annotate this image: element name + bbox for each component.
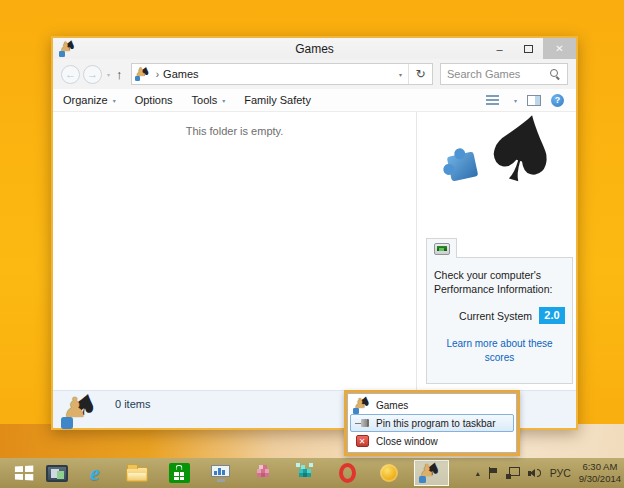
store-icon (169, 463, 190, 483)
close-window-icon: ✕ (356, 435, 369, 447)
games-icon: ♠ ♟ (354, 396, 370, 413)
chess-pawn-icon (473, 136, 509, 216)
menu-item-pin-to-taskbar[interactable]: Pin this program to taskbar (350, 414, 514, 432)
close-button[interactable]: ✕ (543, 38, 576, 59)
breadcrumb-games-icon: ♠ ♟ (136, 67, 152, 82)
window-content: This folder is empty. ♠ C (53, 112, 576, 390)
teal-game-icon (299, 469, 303, 473)
title-bar[interactable]: ♠ ♟ Games – ✕ (53, 38, 576, 59)
network-icon[interactable] (506, 467, 520, 479)
toolbar-item-options[interactable]: Options (135, 94, 173, 106)
recent-locations-icon[interactable]: ▾ (107, 71, 110, 78)
gold-circle-icon (380, 464, 398, 482)
pin-icon (355, 417, 370, 429)
toolbar-item-family-safety[interactable]: Family Safety (244, 94, 311, 106)
explorer-window: ♠ ♟ Games – ✕ ← → ▾ ↑ ♠ ♟ › (51, 36, 578, 430)
chevron-down-icon: ▾ (113, 97, 116, 104)
taskbar-icon-games-active[interactable]: ♠ ♟ (410, 458, 452, 488)
up-button[interactable]: ↑ (116, 67, 123, 82)
taskbar-icon-photo-app[interactable] (40, 458, 74, 488)
back-button[interactable]: ← (61, 65, 80, 84)
show-hidden-icons-button[interactable]: ▴ (476, 469, 480, 478)
minimize-button[interactable]: – (485, 38, 514, 59)
taskbar-icon-file-explorer[interactable] (116, 458, 158, 488)
opera-icon (339, 463, 356, 483)
address-dropdown-icon[interactable]: ▾ (393, 71, 408, 78)
start-button[interactable] (6, 458, 40, 488)
internet-explorer-icon: e (90, 462, 100, 484)
address-box[interactable]: ♠ ♟ › Games ▾ ↻ (131, 63, 433, 85)
taskbar-clock[interactable]: 6:30 AM 9/30/2014 (579, 461, 621, 485)
taskbar-icon-game-teal[interactable] (284, 458, 326, 488)
performance-heading: Check your computer's Performance Inform… (434, 268, 565, 296)
items-count: 0 items (115, 398, 150, 410)
performance-monitor-icon (434, 243, 450, 255)
refresh-button[interactable]: ↻ (408, 64, 432, 84)
chevron-down-icon: ▾ (222, 97, 225, 104)
system-tray: ▴ РУС 6:30 AM 9/30/2014 (476, 461, 624, 485)
window-controls: – ✕ (485, 38, 576, 59)
search-input[interactable] (447, 68, 550, 80)
folder-icon (126, 467, 148, 482)
volume-icon[interactable] (528, 468, 542, 479)
action-center-flag-icon[interactable] (488, 467, 498, 479)
taskbar-icon-performance-monitor[interactable] (200, 458, 242, 488)
details-pane: ♠ Check your computer's Performance Info… (416, 112, 576, 390)
score-label: Current System (459, 309, 532, 323)
maximize-button[interactable] (514, 38, 543, 59)
scores-link[interactable]: Learn more about these scores (434, 337, 565, 364)
performance-info-box: Check your computer's Performance Inform… (426, 257, 573, 384)
forward-button[interactable]: → (83, 65, 102, 84)
toolbar-item-tools[interactable]: Tools ▾ (192, 94, 226, 106)
games-icon: ♠ ♟ (420, 463, 443, 484)
performance-score-row: Current System 2.0 (434, 307, 565, 324)
score-badge: 2.0 (539, 307, 565, 324)
taskbar-icon-internet-explorer[interactable]: e (74, 458, 116, 488)
search-icon (550, 69, 561, 80)
taskbar-icon-opera[interactable] (326, 458, 368, 488)
menu-item-games[interactable]: ♠ ♟ Games (350, 396, 514, 414)
empty-folder-message: This folder is empty. (186, 125, 284, 137)
clock-time: 6:30 AM (579, 461, 621, 473)
games-logo: ♠ (437, 120, 557, 224)
file-list-pane[interactable]: This folder is empty. (53, 112, 416, 390)
taskbar-icon-windows-store[interactable] (158, 458, 200, 488)
performance-tab[interactable] (426, 238, 457, 258)
photo-app-icon (46, 465, 68, 482)
performance-monitor-icon (211, 465, 231, 482)
pink-game-icon (257, 469, 261, 473)
clock-date: 9/30/2014 (579, 473, 621, 485)
taskbar-icon-game-pink[interactable] (242, 458, 284, 488)
search-box[interactable] (440, 63, 568, 85)
breadcrumb-separator-icon: › (156, 69, 159, 80)
menu-item-close-window[interactable]: ✕ Close window (350, 432, 514, 450)
taskbar: e ♠ (0, 458, 624, 488)
active-app-highlight: ♠ ♟ (414, 460, 449, 486)
breadcrumb[interactable]: Games (163, 68, 198, 80)
desktop: ♠ ♟ Games – ✕ ← → ▾ ↑ ♠ ♟ › (0, 0, 624, 488)
language-indicator[interactable]: РУС (550, 467, 571, 479)
address-bar: ← → ▾ ↑ ♠ ♟ › Games ▾ ↻ (53, 59, 576, 89)
statusbar-games-icon: ♠ ♟ (63, 394, 101, 429)
windows-logo-icon (14, 466, 32, 481)
context-menu: ♠ ♟ Games Pin this program to taskbar ✕ … (344, 390, 520, 456)
taskbar-icon-gold-app[interactable] (368, 458, 410, 488)
maximize-icon (524, 45, 533, 53)
toolbar-item-organize[interactable]: Organize ▾ (63, 94, 116, 106)
